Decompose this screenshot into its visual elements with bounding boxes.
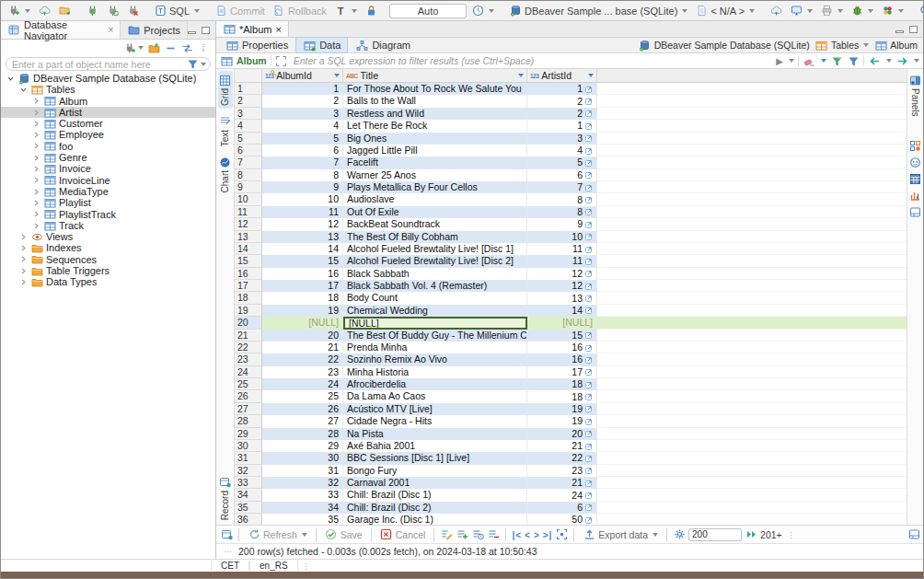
copy-result-icon[interactable] [907, 527, 920, 540]
cell-title[interactable]: [NULL] [343, 317, 527, 329]
row-number[interactable]: 2 [235, 95, 262, 107]
cell-title[interactable]: Bongo Fury [343, 465, 527, 477]
panel-pcircle-button[interactable] [909, 156, 922, 169]
fk-link-icon[interactable] [585, 246, 593, 253]
row-number[interactable]: 28 [235, 415, 262, 427]
cell-albumid[interactable]: 17 [262, 280, 343, 292]
fk-link-icon[interactable] [585, 492, 593, 499]
cell-title[interactable]: Alcohol Fueled Brewtality Live! [Disc 2] [343, 255, 527, 267]
filter-history-dropdown[interactable] [789, 59, 794, 63]
cell-albumid[interactable]: 19 [262, 305, 343, 317]
breadcrumb-item[interactable]: Album [874, 39, 918, 52]
fk-link-icon[interactable] [585, 418, 593, 425]
fk-link-icon[interactable] [585, 147, 593, 155]
column-filter-icon[interactable] [518, 74, 524, 77]
sidebar-tab-projects[interactable]: Projects [121, 21, 188, 39]
cell-title[interactable]: Acústico MTV [Live] [343, 403, 527, 415]
row-number[interactable]: 6 [235, 145, 262, 156]
next-page-button[interactable]: > [534, 529, 540, 540]
cell-title[interactable]: Balls to the Wall [343, 95, 527, 107]
cell-albumid[interactable]: 25 [262, 390, 343, 402]
cancel-button[interactable]: Cancel [377, 527, 429, 542]
cell-artistid[interactable]: 21 [527, 440, 597, 452]
chevron-down-icon[interactable] [6, 75, 15, 82]
fk-link-icon[interactable] [585, 381, 593, 388]
cell-artistid[interactable]: 8 [527, 206, 597, 218]
cell-albumid[interactable]: 29 [262, 440, 343, 452]
row-number[interactable]: 3 [235, 108, 262, 120]
row-number[interactable]: 25 [235, 378, 262, 390]
chevron-right-icon[interactable] [19, 245, 28, 251]
cell-albumid[interactable]: 20 [262, 330, 343, 342]
nav-new-folder-button[interactable] [147, 41, 160, 54]
cell-title[interactable]: BackBeat Soundtrack [343, 218, 527, 230]
lock-button[interactable] [362, 4, 380, 18]
tree-item-data-types[interactable]: Data Types [1, 276, 215, 287]
last-page-button[interactable]: >| [543, 529, 553, 540]
cell-albumid[interactable]: 35 [262, 514, 343, 525]
cell-title[interactable]: Da Lama Ao Caos [343, 390, 527, 402]
cell-title[interactable]: Body Count [343, 292, 527, 304]
row-number[interactable]: 32 [235, 465, 262, 477]
dropdown-icon[interactable] [352, 9, 357, 13]
filter-icon[interactable] [186, 58, 199, 71]
cell-artistid[interactable]: 10 [527, 231, 597, 243]
presentation-tab-grid[interactable]: Grid [218, 71, 233, 109]
cell-title[interactable]: Black Sabbath Vol. 4 (Remaster) [343, 280, 527, 292]
tree-item-playlisttrack[interactable]: PlaylistTrack [1, 209, 215, 220]
active-datasource-combo[interactable]: DBeaver Sample ... base (SQLite) [506, 4, 690, 18]
row-number[interactable]: 21 [235, 330, 262, 342]
row-number[interactable]: 23 [235, 353, 262, 365]
quick-search-button[interactable] [916, 4, 924, 18]
cell-title[interactable]: BBC Sessions [Disc 1] [Live] [343, 452, 527, 464]
cell-albumid[interactable]: 12 [262, 218, 343, 230]
cell-artistid[interactable]: 6 [527, 169, 597, 181]
cell-albumid[interactable]: 26 [262, 403, 343, 415]
cell-title[interactable]: Garage Inc. (Disc 1) [343, 514, 527, 525]
cell-title[interactable]: Chill: Brazil (Disc 2) [343, 502, 527, 514]
open-connection-button[interactable] [55, 4, 74, 18]
fk-link-icon[interactable] [585, 405, 593, 412]
link-with-editor-button[interactable] [180, 41, 193, 54]
fk-link-icon[interactable] [585, 221, 593, 228]
cell-artistid[interactable]: 23 [527, 465, 597, 477]
export-data-button[interactable]: Export data [580, 527, 661, 542]
row-number[interactable]: 10 [235, 193, 262, 205]
dropdown-icon[interactable] [194, 9, 200, 13]
tree-item-genre[interactable]: Genre [1, 152, 215, 163]
disconnect-button[interactable] [123, 4, 142, 18]
maximize-icon[interactable] [909, 26, 918, 33]
sql-filter-input[interactable] [292, 54, 773, 67]
row-number[interactable]: 31 [235, 452, 262, 464]
cell-artistid[interactable]: 19 [527, 415, 597, 427]
row-number[interactable]: 4 [235, 120, 262, 132]
tree-item-employee[interactable]: Employee [1, 129, 215, 140]
cell-artistid[interactable]: [NULL] [527, 317, 597, 329]
cell-albumid[interactable]: 31 [262, 465, 343, 477]
cell-albumid[interactable]: 34 [262, 502, 343, 514]
row-number[interactable]: 16 [235, 268, 262, 280]
fk-link-icon[interactable] [585, 430, 593, 437]
cell-title[interactable]: Audioslave [343, 193, 527, 205]
tree-item-views[interactable]: Views [1, 231, 215, 242]
cell-albumid[interactable]: 16 [262, 268, 343, 280]
chevron-right-icon[interactable] [32, 223, 40, 229]
row-number[interactable]: 9 [235, 181, 262, 193]
fk-link-icon[interactable] [585, 283, 593, 290]
chevron-right-icon[interactable] [32, 189, 40, 195]
row-number[interactable]: 36 [235, 514, 262, 525]
fetch-more-label[interactable]: 201+ [760, 529, 782, 540]
row-number[interactable]: 14 [235, 243, 262, 255]
tree-item-invoice[interactable]: Invoice [1, 163, 215, 174]
chevron-right-icon[interactable] [32, 177, 40, 183]
cell-albumid[interactable]: 6 [262, 145, 343, 156]
column-header-title[interactable]: ABCTitle [343, 69, 527, 82]
tab-data[interactable]: Data [295, 37, 348, 53]
cell-artistid[interactable]: 19 [527, 403, 597, 415]
panel-playout-button[interactable] [909, 206, 922, 219]
cell-albumid[interactable]: 30 [262, 452, 343, 464]
row-number[interactable]: 27 [235, 403, 262, 415]
cell-albumid[interactable]: 27 [262, 415, 343, 427]
fk-link-icon[interactable] [585, 480, 593, 487]
breadcrumb-item[interactable]: DBeaver Sample Database (SQLite) [639, 39, 810, 52]
